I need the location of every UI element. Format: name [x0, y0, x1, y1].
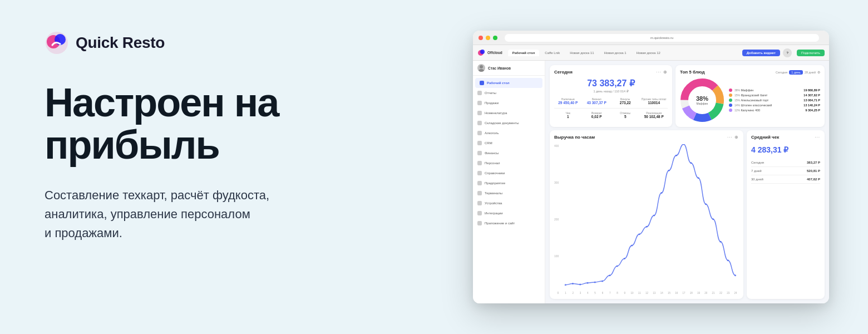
- today-card: Сегодня ··· ⊕ 73 383,27 ₽ 1 день назад /…: [550, 65, 672, 127]
- top5-1day[interactable]: 1 день: [789, 70, 803, 75]
- x-label-1: 1: [562, 292, 569, 294]
- legend-cake: 15% Апельсиновый торт 13 064,71 Р: [729, 99, 820, 102]
- sidebar-item-reports[interactable]: Отчеты: [473, 88, 545, 98]
- refs-icon: [477, 171, 482, 175]
- stat-check: Чек 1: [554, 111, 582, 119]
- top5-controls: Сегодня 1 день 28 дней ⚙: [776, 70, 820, 75]
- terminals-icon: [477, 191, 482, 195]
- x-label-6: 6: [599, 292, 606, 294]
- legend-dot-cake: [729, 99, 732, 102]
- sidebar-item-staff[interactable]: Персонал: [473, 158, 545, 168]
- sidebar-username: Стас Иванов: [488, 66, 511, 70]
- tab-bar-logo: Offcloud: [477, 49, 502, 57]
- legend-val-maffin: 19 866,89 Р: [803, 89, 820, 92]
- sidebar-item-crm[interactable]: СRM: [473, 138, 545, 148]
- dashboard-screenshot: m.quickresto.ru Offcloud Рабочий стол Ca…: [473, 31, 829, 303]
- apps-icon: [477, 221, 482, 225]
- top-row: Сегодня ··· ⊕ 73 383,27 ₽ 1 день назад /…: [550, 65, 825, 127]
- hours-title: Выручка по часам: [554, 135, 595, 140]
- x-label-5: 5: [591, 292, 598, 294]
- top5-today: Сегодня: [776, 71, 787, 74]
- today-stats-row2: Чек 1 Возврат 0,02 Р Отмены 5: [554, 108, 668, 119]
- hours-header: Выручка по часам ··· ⊕: [554, 135, 739, 140]
- avg-label-7days: 7 дней: [751, 169, 762, 173]
- today-card-header: Сегодня ··· ⊕: [554, 70, 668, 75]
- tab-new3[interactable]: Новая доска 12: [632, 50, 664, 56]
- bars-container: 123456789101112131415161718192021222324: [562, 144, 739, 294]
- stat-realization: Реализация 50 102,48 Р: [640, 111, 668, 119]
- devices-icon: [477, 201, 482, 205]
- sidebar-item-finance[interactable]: Финансы: [473, 148, 545, 158]
- svg-point-6: [479, 69, 484, 72]
- avg-card: Средний чек ··· 4 283,31 ₽ Сегодня 383,2…: [747, 130, 825, 299]
- sidebar-item-menu[interactable]: Номенклатура: [473, 108, 545, 118]
- app-body: Стас Иванов Рабочий стол Отчеты Продажи: [473, 61, 829, 303]
- legend-val-stollen: 13 140,24 Р: [803, 104, 820, 107]
- avg-header: Средний чек ···: [751, 135, 820, 140]
- stat-cancels: Отмены 5: [611, 111, 639, 119]
- sidebar-user-info: Стас Иванов: [488, 66, 511, 70]
- hours-chart: 400 300 200 100 0: [554, 142, 739, 294]
- sidebar-item-warehouse[interactable]: Складские документы: [473, 118, 545, 128]
- sidebar-item-sales[interactable]: Продажи: [473, 98, 545, 108]
- x-label-13: 13: [651, 292, 658, 294]
- tab-bar: Offcloud Рабочий стол Caffe Lnik Новая д…: [473, 45, 829, 61]
- logo-icon: [45, 31, 69, 55]
- sidebar-item-integrations[interactable]: Интеграции: [473, 208, 545, 218]
- browser-dot-close: [479, 36, 483, 40]
- avg-row-7days: 7 дней 520,81 Р: [751, 167, 820, 175]
- stat-other: Прочие типы оплат 110014: [640, 97, 668, 105]
- x-label-8: 8: [614, 292, 620, 294]
- stat-bonus: Бонусы 273,22: [611, 97, 639, 105]
- x-label-15: 15: [665, 292, 672, 294]
- legend-dot-stollen: [729, 104, 732, 107]
- sidebar-item-terminals[interactable]: Терминалы: [473, 188, 545, 198]
- sidebar-item-apps[interactable]: Приложение и сайт: [473, 218, 545, 228]
- hours-card: Выручка по часам ··· ⊕ 400 300 200 100: [550, 130, 743, 299]
- legend-val-baguette: 14 307,62 Р: [803, 94, 820, 97]
- alcohol-icon: [477, 131, 482, 135]
- legend-maffin: 38% Маффин 19 866,89 Р: [729, 89, 820, 92]
- right-section: m.quickresto.ru Offcloud Рабочий стол Ca…: [456, 0, 868, 334]
- add-widget-button[interactable]: Добавить виджет: [742, 50, 780, 56]
- content-area: Сегодня ··· ⊕ 73 383,27 ₽ 1 день назад /…: [545, 61, 829, 303]
- avg-label-30days: 30 дней: [751, 178, 763, 181]
- tab-new2[interactable]: Новая доска 1: [600, 50, 631, 56]
- warehouse-icon: [477, 121, 482, 125]
- legend-name-maffin: 38% Маффин: [734, 89, 801, 92]
- avg-amount: 4 283,31 ₽: [751, 145, 820, 154]
- enterprise-icon: [477, 181, 482, 185]
- tab-new1[interactable]: Новая доска 11: [565, 50, 598, 56]
- logo-text: Quick Resto: [76, 34, 165, 52]
- legend-val-cake: 13 064,71 Р: [803, 99, 820, 102]
- x-label-9: 9: [622, 292, 628, 294]
- avg-label-today: Сегодня: [751, 161, 764, 164]
- y-axis: 400 300 200 100 0: [554, 144, 561, 294]
- logo-area: Quick Resto: [45, 31, 412, 55]
- x-label-22: 22: [717, 292, 724, 294]
- sidebar-item-alcohol[interactable]: Алкоголь: [473, 128, 545, 138]
- x-label-16: 16: [673, 292, 680, 294]
- sidebar-item-refs[interactable]: Справочники: [473, 168, 545, 178]
- tab-rабочий-стол[interactable]: Рабочий стол: [508, 50, 540, 56]
- top5-body: 38% Маффин 38% Маффин: [680, 78, 820, 122]
- avg-title: Средний чек: [751, 135, 779, 140]
- staff-icon: [477, 161, 482, 165]
- x-label-19: 19: [695, 292, 702, 294]
- sidebar-item-enterprise[interactable]: Предприятие: [473, 178, 545, 188]
- sidebar-item-devices[interactable]: Устройства: [473, 198, 545, 208]
- sidebar-nav: Рабочий стол Отчеты Продажи Номенклатура: [473, 76, 545, 230]
- sidebar-item-desktop[interactable]: Рабочий стол: [475, 78, 542, 88]
- tab-caffe[interactable]: Caffe Lnik: [540, 50, 564, 56]
- help-icon: ?: [783, 48, 792, 57]
- connect-button[interactable]: Подключить: [797, 50, 825, 56]
- stat-return: Возврат 0,02 Р: [583, 111, 611, 119]
- tab-logo-icon: [477, 49, 485, 57]
- reports-icon: [477, 91, 482, 95]
- avg-row-today: Сегодня 383,27 Р: [751, 159, 820, 167]
- today-stats-row1: Наличные 29 450,40 Р Безнал 43 307,37 Р …: [554, 97, 668, 105]
- x-label-18: 18: [688, 292, 694, 294]
- top5-28days[interactable]: 28 дней: [805, 71, 816, 74]
- legend-dot-baguette: [729, 94, 732, 97]
- today-sub: 1 день назад / 110 014 ₽: [554, 90, 668, 93]
